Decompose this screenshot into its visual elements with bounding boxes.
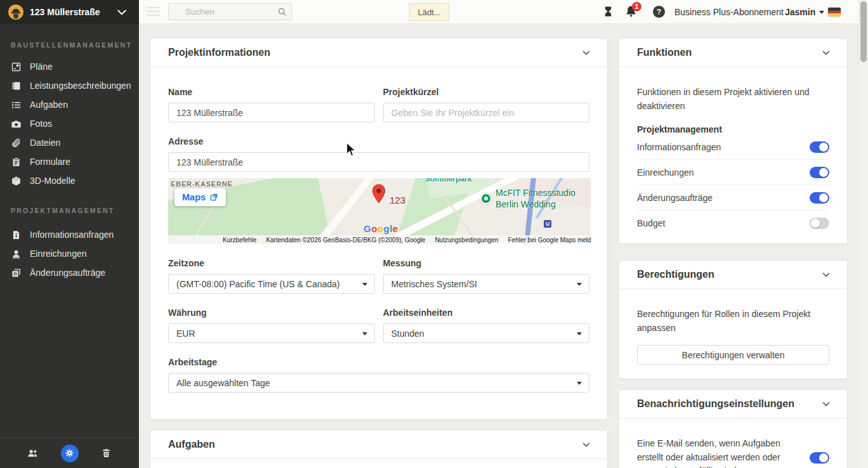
project-info-card: Projektinformationen Name Projektkürzel … bbox=[150, 38, 608, 420]
sidebar-item-label: Änderungsaufträge bbox=[30, 268, 105, 278]
map-embed[interactable]: EBER-KASERNE Sommerpark Maps 123 McFIT F… bbox=[168, 178, 591, 244]
map-area-label: EBER-KASERNE bbox=[171, 180, 233, 188]
rfi-document-icon bbox=[11, 230, 22, 240]
collapse-chevron-icon[interactable] bbox=[581, 47, 592, 58]
notification-settings-title: Benachrichtigungseinstellungen bbox=[637, 398, 820, 410]
sidebar: 123 Müllerstraße BAUSTELLENMANAGEMENT Pl… bbox=[0, 0, 139, 468]
features-header[interactable]: Funktionen bbox=[619, 39, 847, 67]
delete-project-button[interactable] bbox=[98, 445, 115, 462]
timezone-label: Zeitzone bbox=[168, 258, 375, 268]
sidebar-item-specifications[interactable]: Leistungsbeschreibungen bbox=[0, 76, 139, 95]
search-box bbox=[168, 3, 292, 20]
camera-icon bbox=[11, 119, 22, 129]
people-button[interactable] bbox=[24, 445, 42, 462]
tasks-header[interactable]: Aufgaben bbox=[150, 431, 607, 459]
hourglass-button[interactable] bbox=[602, 5, 614, 21]
feature-label: Einreichungen bbox=[637, 167, 694, 178]
task-email-setting-row: Eine E-Mail senden, wenn Aufgaben erstel… bbox=[637, 437, 829, 468]
chevron-down-icon[interactable] bbox=[115, 6, 128, 18]
collapse-chevron-icon[interactable] bbox=[820, 398, 832, 410]
permissions-card: Berechtigungen Berechtigungen für Rollen… bbox=[619, 260, 848, 379]
notification-settings-header[interactable]: Benachrichtigungseinstellungen bbox=[619, 390, 847, 419]
map-terms-link[interactable]: Nutzungsbedingungen bbox=[435, 237, 498, 244]
timezone-value: (GMT-08:00) Pacific Time (US & Canada) bbox=[176, 279, 340, 289]
user-name: Jasmin bbox=[785, 7, 815, 17]
map-report-error-link[interactable]: Fehler bei Google Maps melden bbox=[508, 237, 591, 244]
search-icon[interactable] bbox=[277, 7, 287, 16]
permissions-title: Berechtigungen bbox=[637, 269, 820, 280]
measurement-label: Messung bbox=[383, 258, 590, 268]
sidebar-item-label: Leistungsbeschreibungen bbox=[30, 81, 131, 91]
sidebar-item-label: Einreichungen bbox=[30, 249, 87, 259]
maps-link-label: Maps bbox=[182, 192, 206, 202]
sidebar-item-3d-models[interactable]: 3D-Modelle bbox=[0, 171, 139, 190]
address-label: Adresse bbox=[168, 136, 589, 146]
features-card: Funktionen Funktionen in diesem Projekt … bbox=[619, 38, 848, 244]
poi-city: Berlin Wedding bbox=[496, 198, 575, 210]
vertical-scrollbar[interactable] bbox=[858, 0, 868, 468]
work-units-value: Stunden bbox=[391, 328, 424, 339]
hamburger-menu-icon[interactable] bbox=[147, 7, 160, 16]
sidebar-item-tasks[interactable]: Aufgaben bbox=[0, 95, 139, 114]
change-orders-toggle[interactable] bbox=[810, 192, 829, 204]
hourglass-icon bbox=[602, 5, 614, 18]
plans-icon bbox=[11, 62, 22, 72]
sidebar-item-forms[interactable]: Formulare bbox=[0, 152, 139, 171]
scrollbar-thumb[interactable] bbox=[860, 1, 867, 62]
name-field[interactable] bbox=[168, 103, 375, 122]
project-title: 123 Müllerstraße bbox=[30, 7, 115, 17]
project-switcher[interactable]: 123 Müllerstraße bbox=[0, 0, 139, 24]
map-park-label: Sommerpark bbox=[425, 178, 471, 183]
feature-row-budget: Budget bbox=[637, 211, 829, 236]
user-menu[interactable]: Jasmin bbox=[785, 7, 824, 17]
open-in-google-maps-link[interactable]: Maps bbox=[174, 188, 226, 206]
poi-label[interactable]: McFIT Fitnessstudio Berlin Wedding bbox=[496, 187, 575, 210]
project-settings-button[interactable] bbox=[61, 445, 79, 462]
manage-permissions-button[interactable]: Berechtigungen verwalten bbox=[637, 345, 829, 365]
address-field[interactable] bbox=[168, 152, 589, 172]
work-days-select[interactable]: Alle ausgewählten Tage bbox=[168, 373, 589, 393]
poi-marker-icon[interactable] bbox=[480, 193, 492, 204]
change-orders-icon bbox=[11, 268, 22, 278]
spec-book-icon bbox=[11, 81, 22, 91]
permissions-header[interactable]: Berechtigungen bbox=[619, 261, 847, 289]
collapse-chevron-icon[interactable] bbox=[820, 269, 832, 280]
sidebar-item-rfis[interactable]: Informationsanfragen bbox=[0, 225, 139, 244]
sidebar-item-label: Informationsanfragen bbox=[30, 230, 114, 240]
topbar: Lädt... 1 Business Plus-Abonnement Jasmi… bbox=[139, 0, 868, 24]
users-icon bbox=[27, 447, 39, 459]
timezone-select[interactable]: (GMT-08:00) Pacific Time (US & Canada) bbox=[168, 274, 375, 294]
project-code-label: Projektkürzel bbox=[383, 87, 590, 97]
help-button[interactable] bbox=[653, 6, 665, 18]
sidebar-item-photos[interactable]: Fotos bbox=[0, 114, 139, 133]
sidebar-item-change-orders[interactable]: Änderungsaufträge bbox=[0, 263, 139, 282]
map-pin-icon bbox=[371, 184, 386, 204]
work-units-select[interactable]: Stunden bbox=[383, 323, 590, 343]
ubahn-station-icon: U bbox=[544, 220, 551, 228]
features-group-label: Projektmanagement bbox=[637, 124, 829, 134]
map-shortcuts-link[interactable]: Kurzbefehle bbox=[223, 237, 256, 244]
budget-toggle[interactable] bbox=[810, 218, 829, 229]
project-info-header[interactable]: Projektinformationen bbox=[150, 39, 607, 67]
sidebar-item-label: Dateien bbox=[30, 138, 60, 148]
currency-select[interactable]: EUR bbox=[168, 323, 375, 343]
sidebar-item-files[interactable]: Dateien bbox=[0, 133, 139, 152]
measurement-select[interactable]: Metrisches System/SI bbox=[383, 274, 590, 294]
collapse-chevron-icon[interactable] bbox=[581, 439, 592, 450]
search-input[interactable] bbox=[168, 3, 292, 20]
submittals-toggle[interactable] bbox=[810, 167, 829, 178]
sidebar-footer bbox=[0, 438, 139, 468]
sidebar-item-plans[interactable]: Pläne bbox=[0, 57, 139, 76]
project-code-field[interactable] bbox=[383, 103, 590, 122]
section-label-project-management: PROJEKTMANAGEMENT bbox=[0, 207, 139, 214]
sidebar-item-submittals[interactable]: Einreichungen bbox=[0, 244, 139, 263]
notifications-button[interactable]: 1 bbox=[624, 4, 638, 21]
feature-label: Informationsanfragen bbox=[637, 142, 721, 152]
rfis-toggle[interactable] bbox=[810, 141, 829, 153]
clipboard-icon bbox=[11, 157, 22, 167]
notification-settings-card: Benachrichtigungseinstellungen Eine E-Ma… bbox=[619, 389, 848, 468]
task-list-icon bbox=[11, 100, 22, 110]
collapse-chevron-icon[interactable] bbox=[820, 47, 832, 58]
german-flag-icon[interactable] bbox=[828, 8, 841, 16]
task-email-toggle[interactable] bbox=[810, 452, 829, 464]
